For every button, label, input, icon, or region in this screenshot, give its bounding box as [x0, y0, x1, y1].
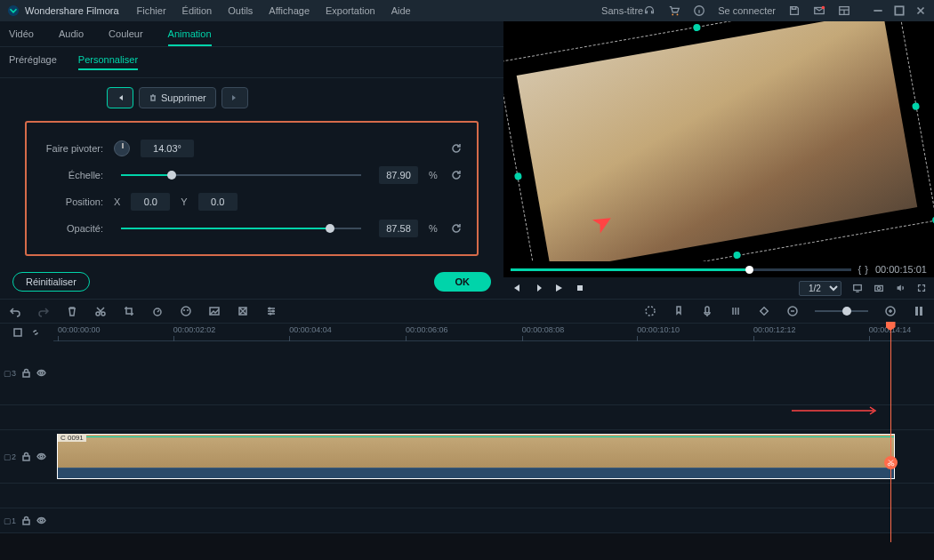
- maximize-icon[interactable]: [893, 4, 906, 17]
- mark-out-icon[interactable]: }: [865, 264, 868, 275]
- undo-icon[interactable]: [9, 305, 21, 317]
- mark-in-icon[interactable]: {: [858, 264, 862, 275]
- ok-button[interactable]: OK: [434, 272, 492, 292]
- color-icon[interactable]: [180, 305, 192, 317]
- supprimer-button[interactable]: Supprimer: [139, 87, 216, 108]
- eye-icon[interactable]: [36, 516, 46, 525]
- scale-reset-icon[interactable]: [450, 169, 463, 181]
- trash-icon: [149, 93, 157, 102]
- svg-rect-24: [705, 307, 709, 313]
- tab-personnaliser[interactable]: Personnaliser: [78, 54, 138, 70]
- lock-icon[interactable]: [21, 452, 31, 461]
- play-pause-icon[interactable]: [532, 283, 543, 293]
- redo-icon[interactable]: [37, 305, 50, 317]
- playhead[interactable]: [890, 324, 891, 542]
- track-body[interactable]: C 0091: [53, 430, 934, 483]
- tab-animation[interactable]: Animation: [168, 28, 212, 46]
- keyframe-prev-button[interactable]: [107, 87, 133, 108]
- zoom-out-icon[interactable]: [786, 305, 799, 317]
- opacity-reset-icon[interactable]: [450, 222, 463, 235]
- svg-point-1: [672, 14, 674, 16]
- display-icon[interactable]: [852, 283, 863, 293]
- voiceover-icon[interactable]: [701, 305, 713, 317]
- layout-icon[interactable]: [838, 4, 850, 17]
- prev-frame-icon[interactable]: [511, 283, 521, 293]
- tick: 00:00:02:02: [173, 325, 216, 334]
- green-screen-icon[interactable]: [208, 305, 221, 317]
- freeze-icon[interactable]: [237, 305, 249, 317]
- speed-icon[interactable]: [151, 305, 164, 317]
- keyframe-next-button[interactable]: [221, 87, 248, 108]
- tab-couleur[interactable]: Couleur: [109, 28, 143, 46]
- video-clip[interactable]: C 0091: [57, 434, 895, 479]
- svg-rect-7: [895, 6, 903, 14]
- mail-icon[interactable]: [813, 4, 825, 17]
- track-manage-icon[interactable]: [12, 327, 23, 338]
- eye-icon[interactable]: [36, 452, 46, 461]
- scale-value[interactable]: 87.90: [379, 166, 418, 184]
- zoom-fit-icon[interactable]: [913, 305, 925, 317]
- svg-point-34: [40, 372, 43, 374]
- volume-icon[interactable]: [895, 283, 906, 293]
- menu-aide[interactable]: Aide: [391, 5, 411, 16]
- zoom-in-icon[interactable]: [884, 305, 897, 317]
- audio-mixer-icon[interactable]: [729, 305, 742, 317]
- track-body[interactable]: [53, 508, 934, 532]
- svg-point-22: [270, 313, 272, 316]
- menu-edition[interactable]: Édition: [182, 5, 213, 16]
- preview-zoom-select[interactable]: 1/2: [799, 281, 841, 296]
- opacity-slider[interactable]: [121, 228, 361, 229]
- cart-icon[interactable]: [668, 4, 680, 17]
- doc-title: Sans-titre: [601, 5, 643, 16]
- tab-prereglage[interactable]: Préréglage: [9, 54, 57, 70]
- minimize-icon[interactable]: [872, 4, 884, 17]
- tab-audio[interactable]: Audio: [59, 28, 84, 46]
- rotate-knob[interactable]: [114, 140, 130, 156]
- signin-button[interactable]: Se connecter: [718, 5, 776, 16]
- scale-slider[interactable]: [121, 174, 361, 176]
- lock-icon[interactable]: [21, 516, 31, 525]
- preview-timecode: 00:00:15:01: [875, 264, 927, 275]
- rotate-reset-icon[interactable]: [450, 142, 463, 155]
- menu-affichage[interactable]: Affichage: [269, 5, 310, 16]
- fullscreen-icon[interactable]: [916, 283, 927, 293]
- menu-fichier[interactable]: Fichier: [137, 5, 166, 16]
- playhead-cut-icon: [884, 456, 898, 469]
- menu-outils[interactable]: Outils: [228, 5, 253, 16]
- stop-icon[interactable]: [575, 283, 585, 293]
- snapshot-icon[interactable]: [874, 283, 884, 293]
- lock-icon[interactable]: [21, 368, 31, 378]
- timeline-zoom-slider[interactable]: [815, 310, 868, 312]
- delete-icon[interactable]: [66, 305, 78, 317]
- svg-rect-9: [854, 285, 862, 291]
- svg-point-15: [181, 307, 190, 316]
- keyframe-icon[interactable]: [758, 305, 770, 317]
- crop-icon[interactable]: [123, 305, 135, 317]
- svg-rect-33: [23, 372, 29, 377]
- tab-video[interactable]: Vidéo: [9, 28, 34, 46]
- play-icon[interactable]: [553, 283, 564, 293]
- cut-icon[interactable]: [94, 305, 107, 317]
- opacity-value[interactable]: 87.58: [379, 220, 418, 237]
- svg-rect-30: [14, 329, 21, 336]
- preview-canvas[interactable]: ➤: [503, 21, 934, 261]
- track-2: ▢2 C 0091: [0, 430, 934, 484]
- position-y-value[interactable]: 0.0: [198, 193, 238, 211]
- settings-icon[interactable]: [265, 305, 278, 317]
- reinitialiser-button[interactable]: Réinitialiser: [12, 272, 90, 292]
- link-icon[interactable]: [30, 327, 41, 338]
- preview-seek-slider[interactable]: [511, 268, 851, 271]
- tick: 00:00:00:00: [58, 325, 101, 334]
- track-body[interactable]: [53, 341, 934, 404]
- position-x-value[interactable]: 0.0: [131, 193, 170, 211]
- info-icon[interactable]: [693, 4, 705, 17]
- rotate-value[interactable]: 14.03°: [141, 140, 194, 157]
- marker-icon[interactable]: [672, 305, 685, 317]
- headset-icon[interactable]: [643, 4, 656, 17]
- menu-exportation[interactable]: Exportation: [326, 5, 375, 16]
- close-icon[interactable]: [914, 4, 927, 17]
- save-icon[interactable]: [788, 4, 801, 17]
- timeline-ruler[interactable]: 00:00:00:00 00:00:02:02 00:00:04:04 00:0…: [53, 324, 934, 341]
- render-icon[interactable]: [644, 305, 656, 317]
- eye-icon[interactable]: [36, 368, 46, 378]
